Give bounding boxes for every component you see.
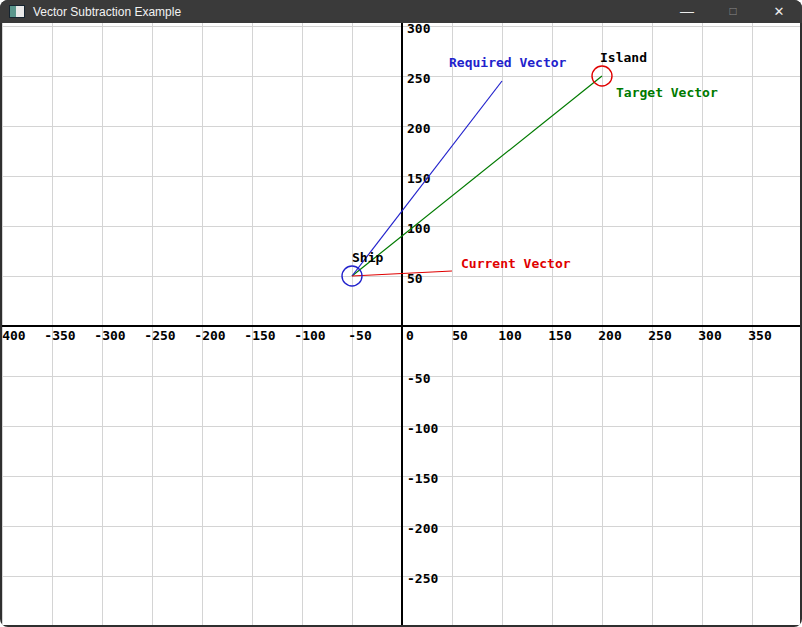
y-tick-label: -100 (407, 421, 438, 436)
y-tick-label: 200 (407, 121, 431, 136)
y-tick-label: -200 (407, 521, 438, 536)
plot-annotation: Current Vector (461, 256, 571, 271)
y-tick-label: -150 (407, 471, 438, 486)
x-tick-label: -200 (194, 328, 225, 343)
x-tick-label: -300 (94, 328, 125, 343)
plot-annotation: Required Vector (449, 55, 567, 70)
minimize-button[interactable]: — (664, 0, 710, 23)
x-tick-label: 200 (598, 328, 622, 343)
vector-line (352, 81, 502, 276)
close-button[interactable]: ✕ (756, 0, 802, 23)
x-tick-label: -350 (44, 328, 75, 343)
y-tick-label: 250 (407, 71, 431, 86)
app-icon (9, 5, 25, 18)
window-title: Vector Subtraction Example (33, 5, 181, 19)
maximize-button[interactable]: □ (710, 0, 756, 23)
x-tick-label: -150 (244, 328, 275, 343)
window-controls: — □ ✕ (664, 0, 802, 23)
x-tick-label: 150 (548, 328, 572, 343)
x-tick-label: 100 (498, 328, 522, 343)
y-tick-label: 300 (407, 23, 431, 36)
x-tick-label: 0 (406, 328, 414, 343)
x-tick-label: 300 (698, 328, 722, 343)
x-tick-label: 50 (452, 328, 468, 343)
titlebar[interactable]: Vector Subtraction Example — □ ✕ (0, 0, 802, 23)
y-tick-label: -250 (407, 571, 438, 586)
plot-annotation: Ship (352, 250, 383, 265)
y-tick-label: -50 (407, 371, 431, 386)
plot-annotation: Island (600, 50, 647, 65)
plot-canvas: -400-350-300-250-200-150-100-50050100150… (2, 23, 800, 625)
x-tick-label: -50 (348, 328, 372, 343)
app-window: Vector Subtraction Example — □ ✕ -400-35… (0, 0, 802, 627)
plot-annotation: Target Vector (616, 85, 718, 100)
x-tick-label: -100 (294, 328, 325, 343)
x-tick-label: 250 (648, 328, 672, 343)
x-tick-label: -400 (2, 328, 26, 343)
x-tick-label: -250 (144, 328, 175, 343)
x-tick-label: 350 (748, 328, 772, 343)
plot-svg: -400-350-300-250-200-150-100-50050100150… (2, 23, 800, 625)
